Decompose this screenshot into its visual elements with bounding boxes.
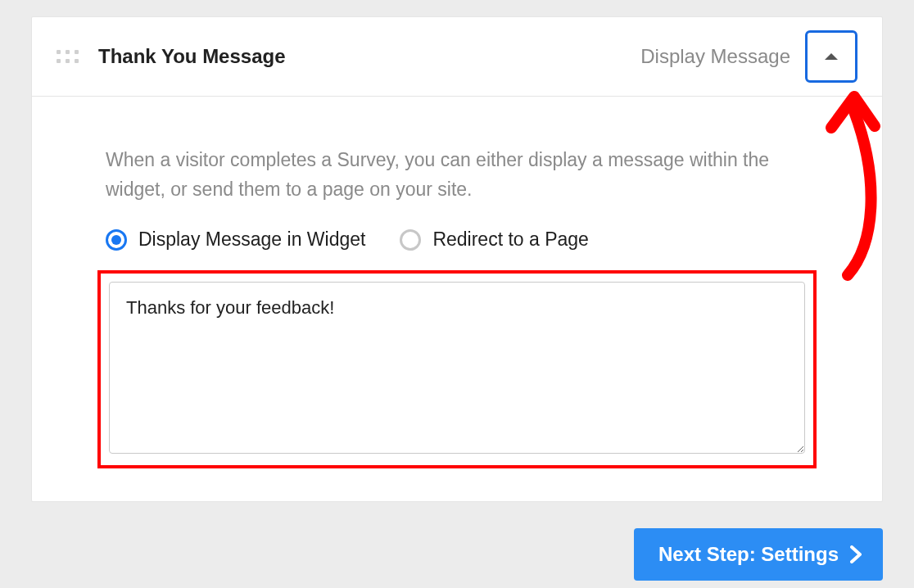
next-step-button[interactable]: Next Step: Settings — [634, 528, 883, 581]
radio-label: Redirect to a Page — [432, 228, 589, 251]
thank-you-message-panel: Thank You Message Display Message When a… — [31, 16, 883, 502]
thank-you-message-textarea[interactable] — [109, 282, 805, 454]
radio-icon — [106, 229, 127, 251]
radio-display-message[interactable]: Display Message in Widget — [106, 228, 365, 251]
chevron-right-icon — [850, 545, 862, 563]
display-mode-radio-group: Display Message in Widget Redirect to a … — [106, 228, 808, 251]
drag-handle-icon[interactable] — [57, 50, 79, 63]
caret-up-icon — [824, 52, 839, 61]
panel-status: Display Message — [640, 45, 790, 68]
panel-description: When a visitor completes a Survey, you c… — [106, 146, 808, 204]
panel-title: Thank You Message — [98, 45, 286, 68]
message-textarea-highlight — [97, 270, 817, 468]
next-step-label: Next Step: Settings — [658, 543, 839, 566]
footer-bar: Next Step: Settings — [31, 528, 883, 581]
panel-header-right: Display Message — [640, 35, 857, 78]
panel-body: When a visitor completes a Survey, you c… — [32, 97, 882, 501]
radio-redirect-page[interactable]: Redirect to a Page — [400, 228, 589, 251]
panel-header: Thank You Message Display Message — [32, 17, 882, 97]
radio-icon — [400, 229, 421, 251]
radio-label: Display Message in Widget — [138, 228, 365, 251]
collapse-toggle-button[interactable] — [805, 30, 857, 83]
